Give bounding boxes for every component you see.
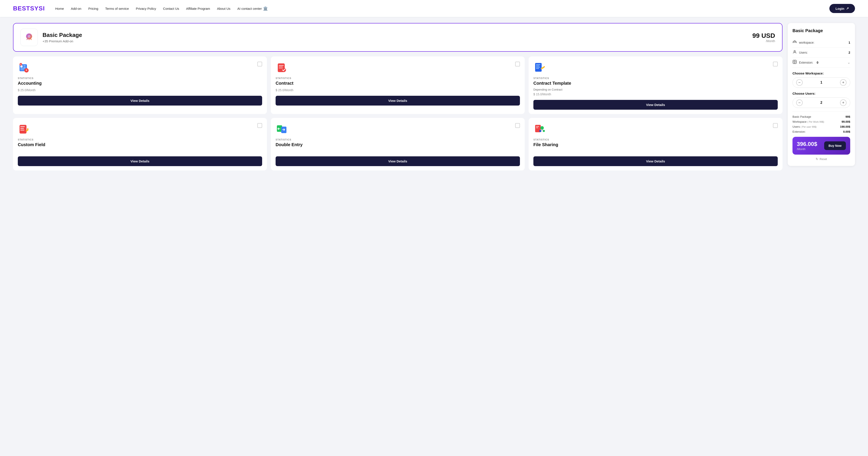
nav-ai-contact-label: AI contact center xyxy=(238,7,262,10)
nav-home[interactable]: Home xyxy=(55,7,64,10)
svg-rect-4 xyxy=(24,65,26,66)
svg-rect-19 xyxy=(536,65,539,66)
nav-pricing[interactable]: Pricing xyxy=(88,7,98,10)
double-entry-checkbox[interactable] xyxy=(515,123,520,128)
double-entry-icon xyxy=(276,123,288,135)
summary-basic-package-label: Basic Package xyxy=(793,115,811,118)
accounting-title: Accounting xyxy=(18,81,262,86)
addon-card-file-sharing: STATISTICS File Sharing View Details xyxy=(529,118,782,170)
file-sharing-checkbox[interactable] xyxy=(773,123,778,128)
workspace-icon xyxy=(793,40,797,45)
login-button[interactable]: Login ↗ xyxy=(829,4,855,13)
package-subtitle: +35 Premium Add-on xyxy=(42,39,82,43)
custom-field-title: Custom Field xyxy=(18,142,262,147)
reset-row[interactable]: ↻ Reset xyxy=(793,157,850,161)
package-price-period: /Month xyxy=(752,39,775,43)
sidebar-workspace-row: workspace: 1 xyxy=(793,37,850,48)
contract-view-details-button[interactable]: View Details xyxy=(276,96,520,106)
package-price-amount: 99 USD xyxy=(752,32,775,39)
nav-affiliate[interactable]: Affiliate Program xyxy=(186,7,210,10)
sidebar-users-value: 2 xyxy=(848,51,850,54)
contract-template-icon xyxy=(533,62,546,74)
choose-users-label: Choose Users: xyxy=(793,92,850,95)
contract-checkbox[interactable] xyxy=(515,62,520,66)
addon-card-contract: STATISTICS Contract $ 25.0/Month View De… xyxy=(271,56,525,114)
contract-template-title: Contract Template xyxy=(533,81,778,86)
nav-about[interactable]: About Us xyxy=(217,7,230,10)
workspace-stepper: − 1 + xyxy=(793,77,850,88)
sidebar-extension-left: Extension: 0 xyxy=(793,60,818,65)
summary-divider xyxy=(793,111,850,112)
workspace-decrement-button[interactable]: − xyxy=(796,79,803,86)
sidebar-extension-value: 0 xyxy=(816,61,818,64)
total-price-block: 396.00$ /Month xyxy=(797,141,817,151)
choose-workspace-label: Choose Workspace: xyxy=(793,72,850,75)
svg-point-32 xyxy=(540,126,544,130)
package-logo-icon xyxy=(24,32,35,43)
svg-rect-13 xyxy=(279,65,284,66)
sidebar-extension-row: Extension: 0 ⌄ xyxy=(793,58,850,67)
svg-rect-6 xyxy=(21,68,26,69)
svg-point-37 xyxy=(794,51,796,52)
accounting-price: $ 25.0/Month xyxy=(18,88,262,92)
sidebar-workspace-label: workspace: xyxy=(799,41,814,44)
contract-icon xyxy=(276,62,288,74)
logo: BESTSYSi xyxy=(13,5,45,12)
accounting-view-details-button[interactable]: View Details xyxy=(18,96,262,106)
total-price: 396.00$ xyxy=(797,141,817,147)
users-stepper-value: 2 xyxy=(820,101,823,105)
contract-template-subtitle: Depending on Contract xyxy=(533,88,778,91)
extension-chevron-icon[interactable]: ⌄ xyxy=(847,60,850,64)
svg-rect-18 xyxy=(536,64,540,65)
users-decrement-button[interactable]: − xyxy=(796,99,803,106)
sidebar-workspace-value: 1 xyxy=(848,41,850,44)
reset-icon: ↻ xyxy=(816,157,818,161)
custom-field-view-details-button[interactable]: View Details xyxy=(18,156,262,166)
contract-template-checkbox[interactable] xyxy=(773,62,778,66)
navbar: BESTSYSi Home Add-on Pricing Terms of se… xyxy=(0,0,868,17)
nav-ai-contact[interactable]: AI contact center 🏛️ xyxy=(238,6,268,11)
summary-workspace-value: 99.00$ xyxy=(841,120,850,123)
buy-now-button[interactable]: Buy Now xyxy=(824,141,846,150)
summary-workspace-row: Workspace ( Per Work 99$) 99.00$ xyxy=(793,120,850,123)
addon-card-file-sharing-header xyxy=(533,123,778,135)
package-info: Basic Package +35 Premium Add-on xyxy=(42,32,82,43)
right-panel: Basic Package workspace: 1 xyxy=(788,23,855,166)
nav-privacy[interactable]: Privacy Policy xyxy=(136,7,156,10)
addon-card-custom-field-header xyxy=(18,123,262,135)
summary-users-value: 198.00$ xyxy=(840,125,850,128)
accounting-checkbox[interactable] xyxy=(257,62,262,66)
contract-template-category: STATISTICS xyxy=(533,77,778,80)
addon-card-double-entry: STATISTICS Double Entry View Details xyxy=(271,118,525,170)
users-increment-button[interactable]: + xyxy=(840,99,846,106)
sidebar-workspace-left: workspace: xyxy=(793,40,814,45)
contract-template-view-details-button[interactable]: View Details xyxy=(533,100,778,110)
svg-rect-23 xyxy=(21,126,25,127)
svg-rect-25 xyxy=(21,130,24,131)
summary-users-row: Users ( Per user 99$) 198.00$ xyxy=(793,125,850,128)
contract-template-price: $ 15.0/Month xyxy=(533,92,778,96)
total-bar: 396.00$ /Month Buy Now xyxy=(793,137,850,154)
custom-field-checkbox[interactable] xyxy=(257,123,262,128)
navbar-links: Home Add-on Pricing Terms of service Pri… xyxy=(55,6,829,11)
workspace-increment-button[interactable]: + xyxy=(840,79,846,86)
summary-extension-row: Extension: 0.00$ xyxy=(793,130,850,133)
file-sharing-view-details-button[interactable]: View Details xyxy=(533,156,778,166)
addon-card-contract-template: STATISTICS Contract Template Depending o… xyxy=(529,56,782,114)
nav-terms[interactable]: Terms of service xyxy=(105,7,129,10)
summary-extension-label: Extension: xyxy=(793,130,806,133)
package-icon xyxy=(21,29,38,46)
double-entry-view-details-button[interactable]: View Details xyxy=(276,156,520,166)
addon-card-double-entry-header xyxy=(276,123,520,135)
package-price: 99 USD /Month xyxy=(752,32,775,43)
package-name: Basic Package xyxy=(42,32,82,38)
ai-building-icon: 🏛️ xyxy=(263,6,268,11)
nav-addon[interactable]: Add-on xyxy=(71,7,82,10)
contract-price: $ 25.0/Month xyxy=(276,88,520,92)
svg-point-39 xyxy=(794,61,795,62)
file-sharing-category: STATISTICS xyxy=(533,138,778,141)
nav-contact[interactable]: Contact Us xyxy=(163,7,179,10)
addon-card-accounting: + STATISTICS Accounting $ 25.0/Month Vie… xyxy=(13,56,267,114)
sidebar-title: Basic Package xyxy=(793,28,850,33)
sidebar-extension-label: Extension: xyxy=(799,61,813,64)
